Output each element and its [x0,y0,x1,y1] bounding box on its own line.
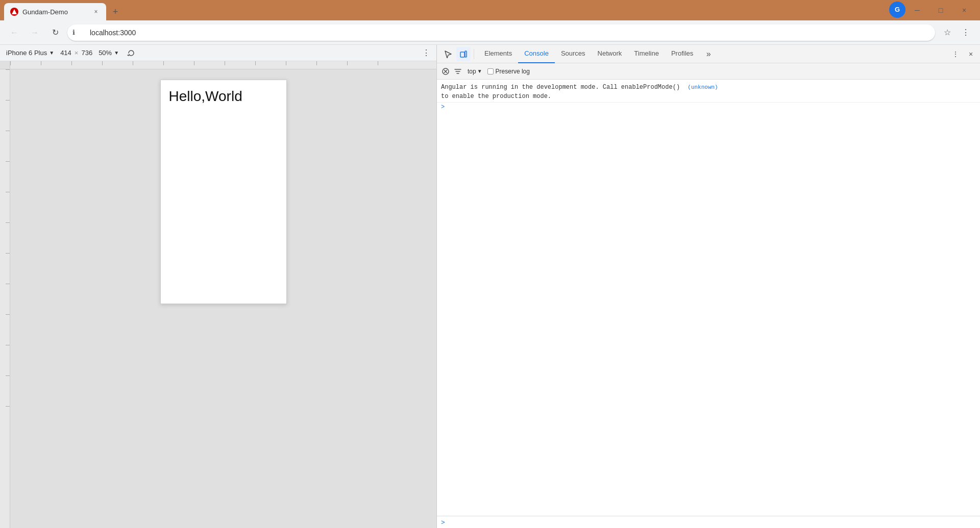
dimension-display: 414 × 736 [60,49,92,57]
phone-frame: Hello,World [160,80,287,304]
close-window-button[interactable]: × [952,0,976,20]
console-toolbar: top ▼ Preserve log [437,63,980,80]
console-message-source[interactable]: (unknown) [688,84,718,90]
rotate-button[interactable] [125,47,137,59]
toolbar-icons: ☆ ⋮ [939,24,974,41]
ruler-h [10,61,436,69]
title-bar: Gundam-Demo × + G ─ □ × [0,0,980,20]
tab-sources-label: Sources [561,49,585,57]
ruler-tick [163,61,194,65]
phone-content: Hello,World [161,80,286,113]
device-viewport: Hello,World [10,69,436,528]
ruler-tick [347,61,378,65]
preserve-log-checkbox[interactable]: Preserve log [487,68,530,75]
dimension-x: × [75,49,79,57]
ruler-corner [0,61,10,69]
ruler-tick [102,61,133,65]
tab-close-button[interactable]: × [92,8,100,16]
ruler-tick [225,61,255,65]
more-button[interactable]: ⋮ [958,24,974,41]
ruler-tick [255,61,286,65]
favicon-shape [12,9,17,14]
more-options-button[interactable]: ⋮ [422,48,430,58]
device-name: iPhone 6 Plus [6,49,47,57]
ruler-tick [286,61,316,65]
tab-sources[interactable]: Sources [555,45,592,63]
console-message-1: Angular is running in the development mo… [437,82,980,103]
minimize-button[interactable]: ─ [905,0,929,20]
tab-title: Gundam-Demo [22,8,88,16]
console-input-field[interactable] [447,519,976,526]
preserve-log-label: Preserve log [496,68,530,75]
tab-console-label: Console [524,49,549,57]
back-button[interactable]: ← [6,24,22,41]
svg-rect-1 [465,51,467,57]
device-height: 736 [81,49,92,57]
context-dropdown-icon: ▼ [477,68,482,74]
ruler-tick [71,61,102,65]
console-message-content: Angular is running in the development mo… [441,83,976,101]
tab-network-label: Network [598,49,622,57]
devtools-settings-button[interactable]: ⋮ [948,47,963,61]
devtools-panel: Elements Console Sources Network Timelin… [436,45,980,528]
device-toolbar: iPhone 6 Plus ▼ 414 × 736 50% ▼ ⋮ [0,45,436,61]
reload-button[interactable]: ↻ [47,24,63,41]
profile-avatar[interactable]: G [889,2,905,18]
hello-world-text: Hello,World [169,88,242,104]
ruler-tick [316,61,347,65]
svg-rect-0 [460,52,464,57]
device-dropdown-icon: ▼ [49,50,54,56]
console-context-value: top [468,68,476,75]
devtools-close-button[interactable]: × [964,47,978,61]
console-output: Angular is running in the development mo… [437,80,980,516]
devtools-right-buttons: ⋮ × [948,47,978,61]
console-context-selector[interactable]: top ▼ [465,67,484,76]
ruler-v [0,69,10,528]
console-message-line2: to enable the production mode. [441,92,976,101]
checkbox-box [487,68,494,74]
console-input-area: > [437,516,980,528]
tab-separator [474,49,474,59]
more-tabs-button[interactable]: » [701,47,716,61]
zoom-level: 50% [99,49,112,57]
device-mode-button[interactable] [456,47,471,61]
forward-button[interactable]: → [27,24,43,41]
tab-timeline-label: Timeline [634,49,659,57]
ruler-tick [378,61,408,65]
tab-elements-label: Elements [484,49,512,57]
console-prompt-symbol: > [441,518,445,526]
active-tab[interactable]: Gundam-Demo × [4,3,106,20]
ruler-area [0,61,436,69]
zoom-dropdown-icon: ▼ [114,50,119,56]
devtools-tabs-bar: Elements Console Sources Network Timelin… [437,45,980,63]
tab-profiles[interactable]: Profiles [665,45,699,63]
address-input-container[interactable]: ℹ localhost:3000 [67,24,935,41]
zoom-selector[interactable]: 50% ▼ [99,49,119,57]
ruler-tick [194,61,225,65]
tab-profiles-label: Profiles [671,49,693,57]
inspect-element-button[interactable] [441,47,455,61]
ruler-tick [41,61,71,65]
tab-console[interactable]: Console [518,45,555,63]
main-layout: iPhone 6 Plus ▼ 414 × 736 50% ▼ ⋮ [0,45,980,528]
window-controls: G ─ □ × [889,0,976,20]
ruler-tick [10,61,41,65]
console-expand-arrow[interactable]: > [437,103,980,112]
device-selector[interactable]: iPhone 6 Plus ▼ [6,49,54,57]
browser-viewport-panel: iPhone 6 Plus ▼ 414 × 736 50% ▼ ⋮ [0,45,436,528]
lock-icon: ℹ [72,29,75,36]
devtools-tool-icons [439,47,478,61]
maximize-button[interactable]: □ [929,0,952,20]
tab-elements[interactable]: Elements [478,45,518,63]
url-text: localhost:3000 [84,29,136,37]
console-clear-button[interactable] [441,67,450,76]
address-bar: ← → ↻ ℹ localhost:3000 ☆ ⋮ [0,20,980,45]
tab-strip: Gundam-Demo × + [4,0,887,20]
new-tab-button[interactable]: + [108,5,122,19]
tab-favicon [10,8,18,16]
tab-network[interactable]: Network [592,45,628,63]
console-message-line1: Angular is running in the development mo… [441,83,976,92]
console-filter-button[interactable] [453,67,462,76]
tab-timeline[interactable]: Timeline [628,45,665,63]
bookmark-button[interactable]: ☆ [939,24,955,41]
